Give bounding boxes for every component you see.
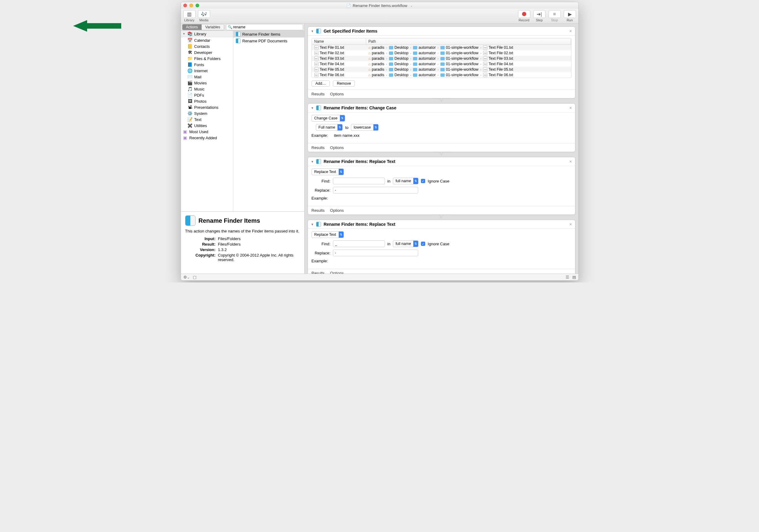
run-button[interactable]: ▶ [564, 10, 576, 18]
column-path[interactable]: Path [366, 38, 571, 45]
gear-menu-button[interactable]: ⚙︎⌄ [183, 275, 190, 279]
library-category[interactable]: ✉️Mail [181, 74, 233, 80]
remove-button[interactable]: Remove [333, 80, 355, 87]
table-row[interactable]: txtText File 02.txt ⌂paradis›Desktop›aut… [312, 50, 571, 56]
close-action-button[interactable]: × [569, 222, 572, 227]
info-value: 1.3.2 [218, 247, 300, 252]
close-action-button[interactable]: × [569, 159, 572, 164]
close-window-button[interactable] [183, 4, 187, 7]
title-chevron-icon[interactable]: ⌄ [410, 4, 413, 7]
options-button[interactable]: Options [330, 208, 344, 213]
library-category[interactable]: 🎬Movies [181, 80, 233, 86]
library-category[interactable]: 📄PDFs [181, 92, 233, 98]
library-smart-folder[interactable]: ▣Most Used [181, 129, 233, 135]
tab-actions[interactable]: Actions [182, 24, 202, 30]
record-button[interactable] [518, 10, 530, 18]
ignore-case-label: Ignore Case [428, 242, 449, 246]
chevron-updown-icon: ⇅ [340, 115, 345, 121]
search-result-item[interactable]: Rename Finder Items [233, 31, 304, 37]
table-row[interactable]: txtText File 06.txt ⌂paradis›Desktop›aut… [312, 72, 571, 78]
disclosure-triangle-icon[interactable]: ▼ [311, 160, 314, 163]
category-icon: 🎵 [188, 87, 192, 91]
search-results[interactable]: Rename Finder ItemsRename PDF Documents [233, 31, 304, 212]
mode-dropdown[interactable]: Replace Text⇅ [312, 231, 344, 238]
library-category[interactable]: 📽Presentations [181, 104, 233, 110]
category-icon: 📄 [188, 93, 192, 98]
view-mode-list-button[interactable]: ☰ [566, 275, 569, 279]
column-name[interactable]: Name [312, 38, 366, 45]
disclosure-triangle-icon[interactable]: ▼ [311, 106, 314, 110]
table-row[interactable]: txtText File 03.txt ⌂paradis›Desktop›aut… [312, 56, 571, 61]
library-smart-folder[interactable]: ▣Recently Added [181, 135, 233, 141]
table-row[interactable]: txtText File 04.txt ⌂paradis›Desktop›aut… [312, 61, 571, 67]
close-action-button[interactable]: × [569, 105, 572, 110]
step-button[interactable]: ➔| [533, 10, 545, 18]
disclosure-triangle-icon[interactable]: ▼ [311, 29, 314, 33]
minimize-window-button[interactable] [189, 4, 193, 7]
options-button[interactable]: Options [330, 271, 344, 274]
library-category[interactable]: ⚙️System [181, 110, 233, 116]
mode-dropdown[interactable]: Replace Text⇅ [312, 169, 344, 175]
log-toggle-button[interactable]: ▢ [193, 275, 196, 279]
view-mode-flow-button[interactable]: ▤ [572, 275, 576, 279]
chevron-updown-icon: ⇅ [339, 169, 343, 175]
folder-icon [440, 52, 445, 55]
replace-field[interactable] [333, 250, 418, 256]
ignore-case-label: Ignore Case [428, 179, 449, 184]
library-category[interactable]: 📘Fonts [181, 61, 233, 68]
smart-folder-label: Most Used [189, 130, 208, 134]
find-field[interactable] [333, 178, 385, 184]
action-rename-replace-text-2[interactable]: ▼ Rename Finder Items: Replace Text × Re… [308, 220, 575, 274]
find-field[interactable] [333, 240, 385, 247]
options-button[interactable]: Options [330, 92, 344, 96]
results-button[interactable]: Results [312, 145, 325, 150]
ignore-case-checkbox[interactable]: ✓ [421, 242, 425, 246]
replace-label: Replace: [312, 251, 331, 255]
add-button[interactable]: Add… [312, 80, 330, 87]
action-rename-change-case[interactable]: ▼ Rename Finder Items: Change Case × Cha… [308, 103, 575, 152]
category-icon: 📒 [188, 44, 192, 49]
library-category[interactable]: 🛠Developer [181, 49, 233, 56]
category-icon: 📽 [188, 105, 192, 110]
mode-dropdown[interactable]: Change Case⇅ [312, 115, 345, 122]
search-result-item[interactable]: Rename PDF Documents [233, 37, 304, 44]
library-tree[interactable]: ▼ 📚 Library 📅Calendar📒Contacts🛠Developer… [181, 31, 233, 212]
step-label: Step [536, 18, 543, 22]
library-category[interactable]: 📝Text [181, 116, 233, 122]
in-dropdown[interactable]: full name⇅ [393, 240, 419, 247]
action-get-specified-finder-items[interactable]: ▼ Get Specified Finder Items × Name Path… [308, 26, 575, 99]
disclosure-triangle-icon[interactable]: ▼ [311, 223, 314, 226]
action-rename-replace-text-1[interactable]: ▼ Rename Finder Items: Replace Text × Re… [308, 157, 575, 215]
finder-icon [185, 216, 196, 226]
library-category[interactable]: 🌐Internet [181, 68, 233, 74]
in-dropdown[interactable]: full name⇅ [393, 178, 419, 184]
media-button[interactable]: 🎶 [198, 10, 210, 18]
scope-dropdown[interactable]: Full name⇅ [316, 124, 343, 131]
library-category[interactable]: 🖼Photos [181, 98, 233, 104]
close-action-button[interactable]: × [569, 29, 572, 33]
category-icon: ⚙️ [188, 111, 192, 116]
library-category[interactable]: 📅Calendar [181, 37, 233, 43]
stop-button[interactable]: ■ [548, 10, 561, 18]
library-category[interactable]: 🎵Music [181, 86, 233, 92]
library-root[interactable]: ▼ 📚 Library [181, 31, 233, 37]
workflow-canvas[interactable]: ▼ Get Specified Finder Items × Name Path… [304, 23, 579, 274]
replace-field[interactable] [333, 187, 418, 193]
zoom-window-button[interactable] [196, 4, 199, 7]
search-input[interactable] [226, 24, 303, 30]
library-category[interactable]: ✖️Utilities [181, 122, 233, 129]
results-button[interactable]: Results [312, 92, 325, 96]
results-button[interactable]: Results [312, 271, 325, 274]
table-row[interactable]: txtText File 01.txt ⌂paradis›Desktop›aut… [312, 45, 571, 50]
run-label: Run [567, 18, 573, 22]
ignore-case-checkbox[interactable]: ✓ [421, 179, 425, 183]
table-row[interactable]: txtText File 05.txt ⌂paradis›Desktop›aut… [312, 67, 571, 72]
results-button[interactable]: Results [312, 208, 325, 213]
tab-variables[interactable]: Variables [202, 24, 224, 30]
library-category[interactable]: 📒Contacts [181, 43, 233, 49]
library-category[interactable]: 📁Files & Folders [181, 56, 233, 61]
options-button[interactable]: Options [330, 145, 344, 150]
disclosure-triangle-icon[interactable]: ▼ [183, 32, 186, 35]
case-dropdown[interactable]: lowercase⇅ [351, 124, 378, 131]
library-toggle-button[interactable]: ▥ [183, 10, 196, 18]
